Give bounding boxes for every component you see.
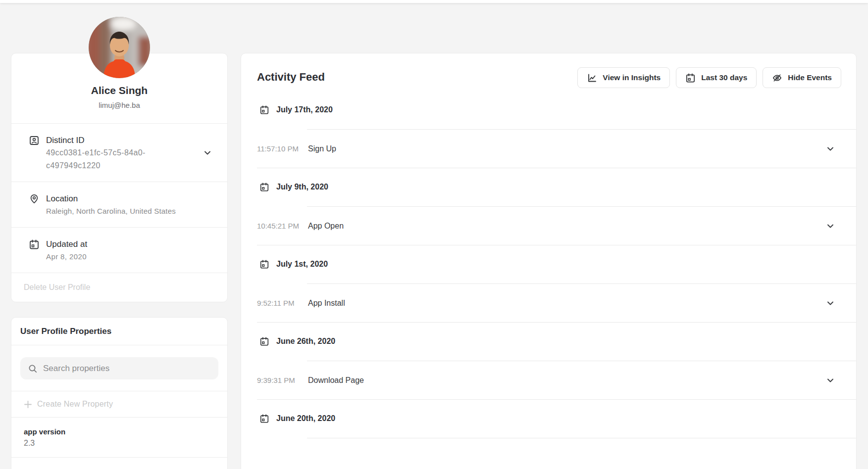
feed-date-row: July 9th, 2020 bbox=[259, 181, 856, 193]
feed-section: June 20th, 2020 bbox=[257, 413, 856, 438]
search-properties-wrap bbox=[11, 345, 227, 391]
event-time: 10:45:21 PM bbox=[257, 222, 308, 230]
activity-feed-actions: View in Insights Last 30 days Hide Event… bbox=[577, 67, 841, 88]
chevron-down-icon[interactable] bbox=[826, 376, 834, 384]
feed-date-row: July 1st, 2020 bbox=[259, 258, 856, 270]
map-pin-icon bbox=[29, 193, 40, 204]
event-name: App Install bbox=[308, 299, 345, 308]
event-name: Sign Up bbox=[308, 144, 336, 153]
delete-user-profile-button[interactable]: Delete User Profile bbox=[24, 283, 90, 291]
property-row-app-version[interactable]: app version 2.3 bbox=[11, 418, 227, 458]
calendar-icon bbox=[685, 73, 696, 83]
feed-date-label: July 1st, 2020 bbox=[276, 260, 328, 269]
event-row[interactable]: 11:57:10 PM Sign Up bbox=[257, 130, 856, 168]
event-time: 9:52:11 PM bbox=[257, 299, 308, 307]
updated-at-value: Apr 8, 2020 bbox=[46, 250, 174, 263]
avatar bbox=[89, 17, 150, 78]
chevron-down-icon[interactable] bbox=[826, 299, 834, 307]
activity-feed-header: Activity Feed View in Insights Last 30 d… bbox=[241, 53, 856, 93]
field-distinct-id: Distinct ID 49cc0381-e1fc-57c5-84a0-c497… bbox=[11, 124, 227, 182]
divider bbox=[307, 438, 856, 438]
feed-section: July 9th, 2020 10:45:21 PM App Open bbox=[257, 181, 856, 245]
chevron-down-icon[interactable] bbox=[826, 222, 834, 230]
id-badge-icon bbox=[29, 135, 40, 146]
feed-section: June 26th, 2020 9:39:31 PM Download Page bbox=[257, 335, 856, 400]
view-in-insights-button[interactable]: View in Insights bbox=[577, 67, 670, 88]
feed-date-row: July 17th, 2020 bbox=[259, 104, 856, 116]
location-value: Raleigh, North Carolina, United States bbox=[46, 205, 214, 218]
property-value: 2.3 bbox=[24, 437, 215, 449]
feed-date-label: June 26th, 2020 bbox=[276, 337, 335, 346]
feed-date-row: June 26th, 2020 bbox=[259, 335, 856, 347]
distinct-id-label: Distinct ID bbox=[46, 134, 174, 146]
search-properties-box[interactable] bbox=[20, 357, 218, 379]
hide-events-button[interactable]: Hide Events bbox=[763, 67, 841, 88]
feed-section: July 17th, 2020 11:57:10 PM Sign Up bbox=[257, 104, 856, 168]
event-time: 9:39:31 PM bbox=[257, 376, 308, 384]
line-chart-icon bbox=[587, 73, 597, 83]
field-updated-at: Updated at Apr 8, 2020 bbox=[11, 228, 227, 273]
profile-email: limuj@he.ba bbox=[21, 100, 217, 110]
plus-icon bbox=[24, 400, 32, 409]
top-navigation-edge bbox=[0, 0, 868, 3]
updated-at-label: Updated at bbox=[46, 238, 174, 250]
user-profile-properties-card: User Profile Properties Create New Prope… bbox=[11, 317, 228, 469]
chevron-down-icon[interactable] bbox=[826, 145, 834, 153]
calendar-icon bbox=[29, 239, 40, 250]
calendar-icon bbox=[259, 182, 269, 192]
event-row[interactable]: 9:52:11 PM App Install bbox=[257, 284, 856, 323]
profile-name: Alice Singh bbox=[21, 84, 217, 97]
chevron-down-icon[interactable] bbox=[204, 149, 211, 157]
search-properties-input[interactable] bbox=[43, 364, 210, 374]
delete-user-profile-row: Delete User Profile bbox=[11, 273, 227, 302]
sidebar: Alice Singh limuj@he.ba Distinct ID 49cc… bbox=[11, 53, 228, 469]
event-name: Download Page bbox=[308, 376, 364, 385]
event-name: App Open bbox=[308, 222, 344, 231]
activity-feed-card: Activity Feed View in Insights Last 30 d… bbox=[241, 53, 857, 469]
calendar-icon bbox=[259, 259, 269, 269]
event-time: 11:57:10 PM bbox=[257, 144, 308, 153]
event-row[interactable]: 10:45:21 PM App Open bbox=[257, 207, 856, 245]
feed-date-label: July 9th, 2020 bbox=[276, 183, 328, 191]
calendar-icon bbox=[259, 105, 269, 115]
calendar-icon bbox=[259, 336, 269, 346]
property-name: app version bbox=[24, 426, 215, 437]
distinct-id-value: 49cc0381-e1fc-57c5-84a0-c497949c1220 bbox=[46, 146, 169, 172]
activity-feed-body: July 17th, 2020 11:57:10 PM Sign Up July… bbox=[241, 104, 856, 438]
calendar-icon bbox=[259, 414, 269, 423]
field-location: Location Raleigh, North Carolina, United… bbox=[11, 182, 227, 228]
eye-off-icon bbox=[772, 73, 782, 83]
properties-panel-title: User Profile Properties bbox=[11, 318, 227, 345]
location-label: Location bbox=[46, 192, 214, 205]
date-range-button[interactable]: Last 30 days bbox=[676, 67, 757, 88]
activity-feed-title: Activity Feed bbox=[257, 67, 325, 84]
user-profile-card: Alice Singh limuj@he.ba Distinct ID 49cc… bbox=[11, 53, 228, 302]
feed-date-label: June 20th, 2020 bbox=[276, 414, 335, 423]
date-range-label: Last 30 days bbox=[701, 73, 747, 82]
hide-events-label: Hide Events bbox=[788, 73, 832, 82]
search-icon bbox=[28, 364, 37, 373]
feed-date-row: June 20th, 2020 bbox=[259, 413, 856, 424]
feed-section: July 1st, 2020 9:52:11 PM App Install bbox=[257, 258, 856, 323]
event-row[interactable]: 9:39:31 PM Download Page bbox=[257, 361, 856, 400]
view-in-insights-label: View in Insights bbox=[603, 73, 661, 82]
create-new-property-label: Create New Property bbox=[37, 400, 113, 409]
create-new-property-button[interactable]: Create New Property bbox=[11, 391, 227, 418]
feed-date-label: July 17th, 2020 bbox=[276, 105, 333, 114]
